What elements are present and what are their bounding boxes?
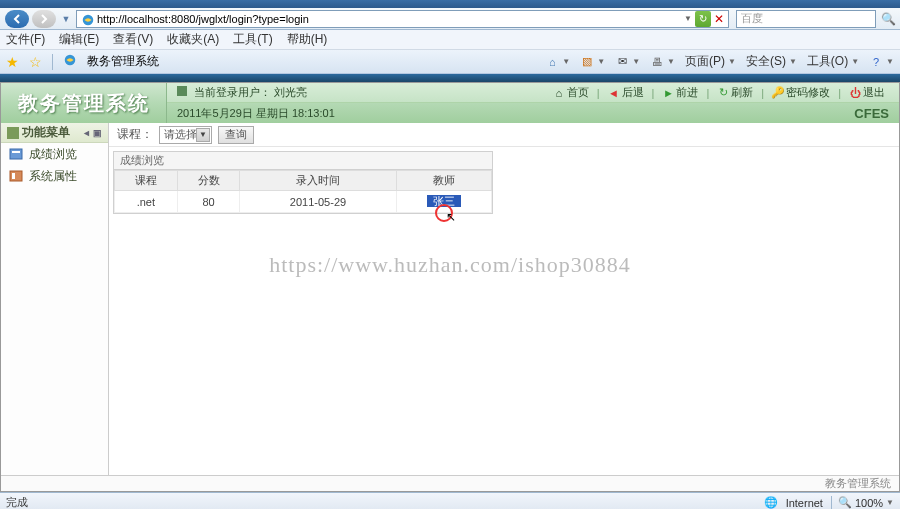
header-row2: 2011年5月29日 星期日 18:13:01 CFES bbox=[167, 103, 899, 123]
chevron-down-icon: ▼ bbox=[632, 57, 640, 66]
cell-date: 2011-05-29 bbox=[240, 191, 396, 213]
favorites-bar: ★ ☆ 教务管理系统 ⌂▼ ▧▼ ✉▼ 🖶▼ 页面(P)▼ 安全(S)▼ 工具(… bbox=[0, 50, 900, 74]
nav-history-dropdown[interactable]: ▼ bbox=[59, 14, 73, 24]
logout-icon: ⏻ bbox=[849, 87, 861, 99]
search-placeholder: 百度 bbox=[741, 11, 763, 26]
sidebar: 功能菜单 ◄ ▣ 成绩浏览 系统属性 bbox=[1, 123, 109, 475]
system-icon bbox=[9, 169, 23, 183]
filter-bar: 课程： 请选择 ▼ 查询 bbox=[109, 123, 899, 147]
nav-forward-button[interactable] bbox=[32, 10, 56, 28]
go-refresh-button[interactable]: ↻ bbox=[695, 11, 711, 27]
page-label: 页面(P) bbox=[685, 53, 725, 70]
home-text: 首页 bbox=[567, 85, 589, 100]
separator: | bbox=[838, 87, 841, 99]
safety-label: 安全(S) bbox=[746, 53, 786, 70]
app-footer: 教务管理系统 bbox=[1, 475, 899, 491]
nav-back-button[interactable] bbox=[5, 10, 29, 28]
help-button[interactable]: ?▼ bbox=[869, 55, 894, 69]
browser-search-input[interactable]: 百度 bbox=[736, 10, 876, 28]
query-button[interactable]: 查询 bbox=[218, 126, 254, 144]
chevron-down-icon: ▼ bbox=[597, 57, 605, 66]
menu-file[interactable]: 文件(F) bbox=[6, 31, 45, 48]
user-name: 刘光亮 bbox=[274, 86, 307, 98]
col-teacher: 教师 bbox=[396, 171, 491, 191]
changepw-text: 密码修改 bbox=[786, 85, 830, 100]
app-title: 教务管理系统 bbox=[1, 83, 167, 123]
zoom-icon: 🔍 bbox=[838, 496, 852, 509]
back-link[interactable]: ◄后退 bbox=[604, 85, 648, 100]
query-label: 查询 bbox=[225, 127, 247, 142]
zoom-control[interactable]: 🔍 100% ▼ bbox=[831, 496, 894, 509]
feeds-button[interactable]: ▧▼ bbox=[580, 55, 605, 69]
header-right: 当前登录用户： 刘光亮 ⌂首页| ◄后退| ►前进| ↻刷新| 🔑密码修改| ⏻… bbox=[167, 83, 899, 123]
tab-favicon bbox=[63, 53, 77, 70]
add-favorite-icon[interactable]: ☆ bbox=[29, 54, 42, 70]
menu-tools[interactable]: 工具(T) bbox=[233, 31, 272, 48]
forward-link[interactable]: ►前进 bbox=[658, 85, 702, 100]
expand-icon[interactable]: ▣ bbox=[93, 128, 102, 138]
browser-status-bar: 完成 🌐 Internet 🔍 100% ▼ bbox=[0, 492, 900, 509]
home-icon: ⌂ bbox=[545, 55, 559, 69]
status-zone: Internet bbox=[786, 497, 823, 509]
grades-table: 课程 分数 录入时间 教师 .net 80 2011-05-29 张三 bbox=[114, 170, 492, 213]
tab-title[interactable]: 教务管理系统 bbox=[87, 53, 159, 70]
address-bar[interactable]: http://localhost:8080/jwglxt/login?type=… bbox=[76, 10, 729, 28]
grades-icon bbox=[9, 147, 23, 161]
cell-course: .net bbox=[115, 191, 178, 213]
refresh-link[interactable]: ↻刷新 bbox=[713, 85, 757, 100]
menu-help[interactable]: 帮助(H) bbox=[287, 31, 328, 48]
svg-rect-3 bbox=[12, 151, 20, 153]
changepw-link[interactable]: 🔑密码修改 bbox=[768, 85, 834, 100]
print-icon: 🖶 bbox=[650, 55, 664, 69]
datetime-text: 2011年5月29日 星期日 18:13:01 bbox=[177, 106, 335, 121]
home-link[interactable]: ⌂首页 bbox=[549, 85, 593, 100]
forward-text: 前进 bbox=[676, 85, 698, 100]
menu-view[interactable]: 查看(V) bbox=[113, 31, 153, 48]
col-course: 课程 bbox=[115, 171, 178, 191]
search-button[interactable]: 🔍 bbox=[881, 12, 895, 26]
user-info: 当前登录用户： 刘光亮 bbox=[177, 85, 307, 100]
sidebar-item-grades[interactable]: 成绩浏览 bbox=[1, 143, 108, 165]
print-button[interactable]: 🖶▼ bbox=[650, 55, 675, 69]
browser-titlebar bbox=[0, 0, 900, 8]
sidebar-item-system[interactable]: 系统属性 bbox=[1, 165, 108, 187]
stop-button[interactable]: ✕ bbox=[714, 12, 724, 26]
logout-text: 退出 bbox=[863, 85, 885, 100]
refresh-text: 刷新 bbox=[731, 85, 753, 100]
url-dropdown-icon[interactable]: ▼ bbox=[684, 14, 692, 23]
menu-icon bbox=[7, 127, 19, 139]
page-menu[interactable]: 页面(P)▼ bbox=[685, 53, 736, 70]
separator bbox=[52, 54, 53, 70]
forward-icon: ► bbox=[662, 87, 674, 99]
status-right: 🌐 Internet 🔍 100% ▼ bbox=[764, 496, 894, 509]
favorites-star-icon[interactable]: ★ bbox=[6, 54, 19, 70]
logout-link[interactable]: ⏻退出 bbox=[845, 85, 889, 100]
sidebar-item-label: 成绩浏览 bbox=[29, 146, 77, 163]
footer-text: 教务管理系统 bbox=[825, 476, 891, 491]
nav-bar: ▼ http://localhost:8080/jwglxt/login?typ… bbox=[0, 8, 900, 30]
course-select[interactable]: 请选择 ▼ bbox=[159, 126, 212, 144]
app-header: 教务管理系统 当前登录用户： 刘光亮 ⌂首页| ◄后退| ►前进| ↻刷新| 🔑… bbox=[1, 83, 899, 123]
chevron-down-icon: ▼ bbox=[789, 57, 797, 66]
mail-button[interactable]: ✉▼ bbox=[615, 55, 640, 69]
chevron-down-icon: ▼ bbox=[886, 498, 894, 507]
chevron-down-icon: ▼ bbox=[667, 57, 675, 66]
filter-label: 课程： bbox=[117, 126, 153, 143]
safety-menu[interactable]: 安全(S)▼ bbox=[746, 53, 797, 70]
main-content: 课程： 请选择 ▼ 查询 成绩浏览 课程 分数 录入时间 教师 bbox=[109, 123, 899, 475]
mail-icon: ✉ bbox=[615, 55, 629, 69]
tool-label: 工具(O) bbox=[807, 53, 848, 70]
cursor-arrow-icon: ↖ bbox=[446, 210, 456, 224]
user-label: 当前登录用户： bbox=[194, 86, 271, 98]
sidebar-header: 功能菜单 ◄ ▣ bbox=[1, 123, 108, 143]
table-header-row: 课程 分数 录入时间 教师 bbox=[115, 171, 492, 191]
url-text: http://localhost:8080/jwglxt/login?type=… bbox=[97, 13, 681, 25]
app-frame: 教务管理系统 当前登录用户： 刘光亮 ⌂首页| ◄后退| ►前进| ↻刷新| 🔑… bbox=[0, 82, 900, 492]
menu-edit[interactable]: 编辑(E) bbox=[59, 31, 99, 48]
svg-rect-2 bbox=[10, 149, 22, 159]
menu-favorites[interactable]: 收藏夹(A) bbox=[167, 31, 219, 48]
tools-menu[interactable]: 工具(O)▼ bbox=[807, 53, 859, 70]
collapse-icon[interactable]: ◄ bbox=[82, 128, 91, 138]
separator: | bbox=[706, 87, 709, 99]
home-button[interactable]: ⌂▼ bbox=[545, 55, 570, 69]
